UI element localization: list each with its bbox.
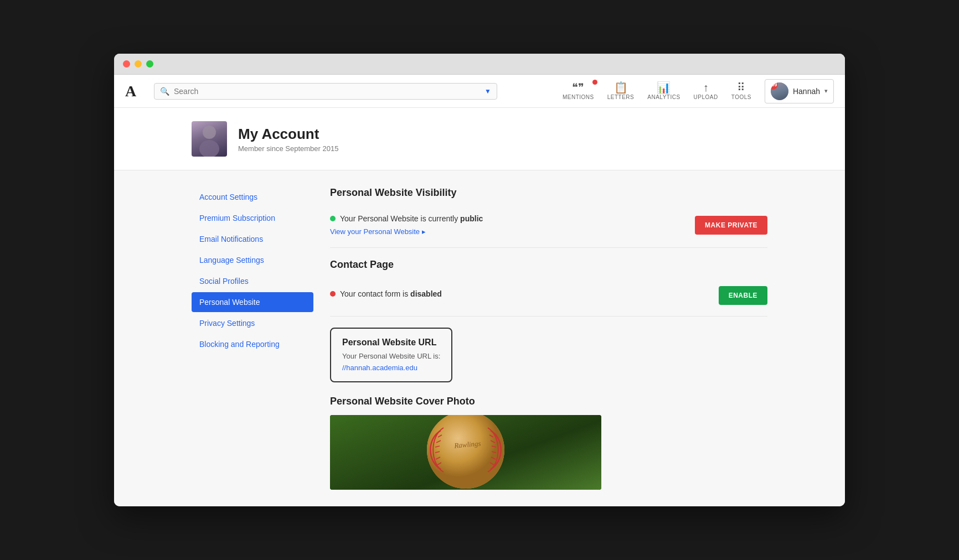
url-box: Personal Website URL Your Personal Websi… xyxy=(330,328,452,382)
mentions-nav-item[interactable]: ❝❞ MENTIONS xyxy=(563,82,594,100)
contact-status-text: Your contact form is disabled xyxy=(340,289,442,298)
contact-section-title: Contact Page xyxy=(330,259,767,277)
avatar: 999 xyxy=(771,82,788,100)
sidebar-item-social-profiles[interactable]: Social Profiles xyxy=(192,271,313,291)
enable-button[interactable]: ENABLE xyxy=(719,286,767,305)
upload-icon: ↑ xyxy=(703,82,709,93)
browser-titlebar xyxy=(114,54,845,75)
tools-label: TOOLS xyxy=(731,94,751,100)
baseball-svg: Rawlings xyxy=(410,415,521,490)
status-dot-red xyxy=(330,291,336,297)
analytics-nav-item[interactable]: 📊 ANALYTICS xyxy=(647,82,680,100)
search-bar[interactable]: 🔍 ▼ xyxy=(154,83,497,100)
visibility-status-line: Your Personal Website is currently publi… xyxy=(330,214,483,223)
cover-photo-title: Personal Website Cover Photo xyxy=(330,396,767,407)
account-avatar xyxy=(192,121,227,157)
visibility-section-title: Personal Website Visibility xyxy=(330,187,767,205)
section-divider-1 xyxy=(330,247,767,248)
account-name: My Account xyxy=(238,126,338,143)
dot-maximize[interactable] xyxy=(146,60,153,68)
analytics-label: ANALYTICS xyxy=(647,94,680,100)
visibility-bold: public xyxy=(460,214,483,223)
user-name-label: Hannah xyxy=(793,87,820,96)
dot-minimize[interactable] xyxy=(135,60,142,68)
baseball-image: Rawlings xyxy=(330,415,601,490)
visibility-status-text: Your Personal Website is currently publi… xyxy=(340,214,483,223)
svg-point-1 xyxy=(199,140,219,157)
make-private-button[interactable]: MAKE PRIVATE xyxy=(695,216,767,235)
page-content: My Account Member since September 2015 A… xyxy=(114,108,845,506)
tools-icon: ⠿ xyxy=(737,82,745,93)
site-logo[interactable]: A xyxy=(125,82,145,100)
letters-label: LETTERS xyxy=(607,94,635,100)
url-box-description: Your Personal Website URL is: xyxy=(342,352,440,360)
cover-photo-section: Personal Website Cover Photo xyxy=(330,396,767,490)
sidebar-item-email-notifications[interactable]: Email Notifications xyxy=(192,229,313,249)
status-dot-green xyxy=(330,216,336,221)
sidebar: Account Settings Premium Subscription Em… xyxy=(192,187,313,490)
top-nav: A 🔍 ▼ ❝❞ MENTIONS 📋 LETTERS 📊 ANALYTICS … xyxy=(114,75,845,108)
sidebar-item-account-settings[interactable]: Account Settings xyxy=(192,187,313,207)
main-content: Personal Website Visibility Your Persona… xyxy=(330,187,767,490)
search-dropdown-icon[interactable]: ▼ xyxy=(484,87,491,95)
sidebar-item-blocking-and-reporting[interactable]: Blocking and Reporting xyxy=(192,334,313,354)
sidebar-item-language-settings[interactable]: Language Settings xyxy=(192,250,313,270)
url-box-link[interactable]: //hannah.academia.edu xyxy=(342,364,417,372)
letters-icon: 📋 xyxy=(614,82,628,93)
main-layout: Account Settings Premium Subscription Em… xyxy=(114,170,845,506)
avatar-silhouette xyxy=(192,121,227,157)
sidebar-item-privacy-settings[interactable]: Privacy Settings xyxy=(192,313,313,333)
user-chevron-icon: ▾ xyxy=(824,87,828,95)
mentions-icon: ❝❞ xyxy=(572,82,584,93)
url-box-title: Personal Website URL xyxy=(342,338,440,348)
account-since: Member since September 2015 xyxy=(238,144,338,153)
view-personal-website-link[interactable]: View your Personal Website xyxy=(330,227,426,236)
contact-bold: disabled xyxy=(410,289,442,298)
sidebar-item-personal-website[interactable]: Personal Website xyxy=(192,292,313,312)
contact-status-line: Your contact form is disabled xyxy=(330,289,442,298)
mentions-label: MENTIONS xyxy=(563,94,594,100)
section-divider-2 xyxy=(330,316,767,317)
svg-point-0 xyxy=(203,126,216,139)
search-input[interactable] xyxy=(174,87,480,96)
upload-nav-item[interactable]: ↑ UPLOAD xyxy=(694,82,718,100)
nav-right: ❝❞ MENTIONS 📋 LETTERS 📊 ANALYTICS ↑ UPLO… xyxy=(563,79,834,103)
visibility-info: Your Personal Website is currently publi… xyxy=(330,214,483,236)
visibility-row: Your Personal Website is currently publi… xyxy=(330,214,767,236)
analytics-icon: 📊 xyxy=(657,82,671,93)
account-info: My Account Member since September 2015 xyxy=(238,126,338,153)
search-icon: 🔍 xyxy=(160,87,169,96)
user-menu-button[interactable]: 999 Hannah ▾ xyxy=(765,79,834,103)
browser-window: A 🔍 ▼ ❝❞ MENTIONS 📋 LETTERS 📊 ANALYTICS … xyxy=(114,54,845,506)
mentions-badge xyxy=(592,80,597,85)
upload-label: UPLOAD xyxy=(694,94,718,100)
account-header: My Account Member since September 2015 xyxy=(114,108,845,170)
sidebar-item-premium-subscription[interactable]: Premium Subscription xyxy=(192,208,313,228)
account-avatar-inner xyxy=(192,121,227,157)
contact-row: Your contact form is disabled ENABLE xyxy=(330,286,767,305)
dot-close[interactable] xyxy=(123,60,130,68)
tools-nav-item[interactable]: ⠿ TOOLS xyxy=(731,82,751,100)
contact-info: Your contact form is disabled xyxy=(330,289,442,302)
letters-nav-item[interactable]: 📋 LETTERS xyxy=(607,82,635,100)
cover-photo: Rawlings xyxy=(330,415,601,490)
